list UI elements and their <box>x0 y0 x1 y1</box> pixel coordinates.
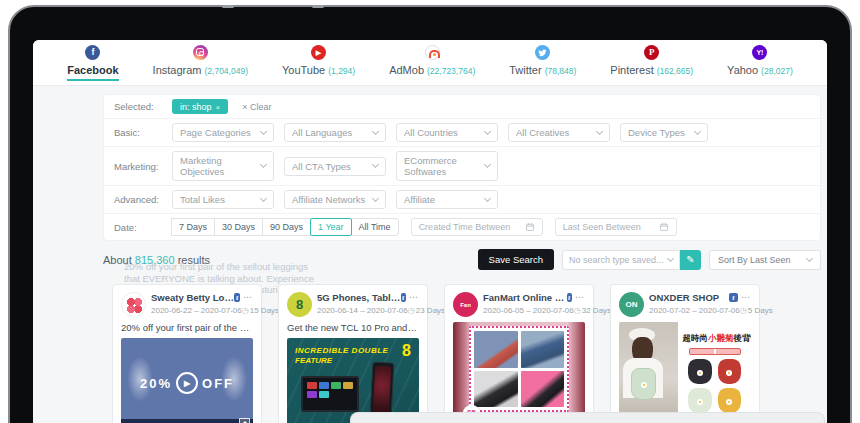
chevron-down-icon <box>806 254 813 261</box>
phone-graphic <box>370 361 395 418</box>
tab-twitter[interactable]: Twitter (78,848) <box>509 45 576 81</box>
date-preset-1year[interactable]: 1 Year <box>310 218 352 236</box>
video-bottom-bar <box>121 419 253 423</box>
page-categories-select[interactable]: Page Categories <box>172 123 274 142</box>
chevron-down-icon <box>694 127 701 134</box>
total-likes-select[interactable]: Total Likes <box>172 190 274 209</box>
device-types-select[interactable]: Device Types <box>620 123 708 142</box>
page-content: Selected: in: shop× × Clear Basic: Page … <box>33 86 827 423</box>
ad-creative-image[interactable]: DOWN TO $5 <box>453 322 585 423</box>
more-menu-icon[interactable]: ⋯ <box>243 295 253 300</box>
card-header: Sweaty Betty London | Wom... f ⋯ 2020-06… <box>121 292 253 317</box>
created-time-input[interactable]: Created Time Between <box>411 218 543 236</box>
tab-pinterest[interactable]: P Pinterest (162,665) <box>610 45 693 81</box>
chevron-down-icon <box>372 161 379 168</box>
marketing-objectives-select[interactable]: Marketing Objectives <box>172 151 274 181</box>
creatives-select[interactable]: All Creatives <box>508 123 610 142</box>
row-label: Date: <box>114 222 172 233</box>
days-running: ◷5 Days <box>740 306 773 315</box>
instagram-icon <box>193 45 208 60</box>
backpack-grid <box>682 359 747 413</box>
date-preset-90days[interactable]: 90 Days <box>262 218 311 236</box>
page-name[interactable]: Sweaty Betty London | Wom... <box>151 292 234 303</box>
days-running: ◷15 Days <box>242 306 279 315</box>
languages-select[interactable]: All Languages <box>284 123 386 142</box>
play-icon[interactable]: ▶ <box>176 372 198 394</box>
tab-label: Twitter <box>509 64 541 76</box>
model-photo <box>619 322 678 423</box>
more-menu-icon[interactable]: ⋯ <box>575 295 585 300</box>
page-name[interactable]: ONXDER SHOP <box>649 292 719 303</box>
tab-youtube[interactable]: ▶ YouTube (1,294) <box>282 45 355 81</box>
yahoo-icon: Y! <box>752 45 767 60</box>
tv-graphic <box>301 376 359 412</box>
chip-close-icon[interactable]: × <box>216 103 221 112</box>
creative-headline: INCREDIBLE DOUBLE <box>295 346 388 355</box>
countries-select[interactable]: All Countries <box>396 123 498 142</box>
ad-card-5g-phones[interactable]: 8 5G Phones, Tablets & SIMs | ... f ⋯ 20… <box>278 284 428 423</box>
page-name[interactable]: 5G Phones, Tablets & SIMs | ... <box>317 292 401 303</box>
admob-icon <box>425 45 440 60</box>
clock-icon: ◷ <box>242 306 249 315</box>
ad-text: 20% off your first pair of the sellout l… <box>121 322 253 333</box>
date-range: 2020-07-02 – 2020-07-06 <box>649 306 740 315</box>
save-search-button[interactable]: Save Search <box>478 249 554 270</box>
date-preset-30days[interactable]: 30 Days <box>214 218 263 236</box>
tab-instagram[interactable]: Instagram (2,704,049) <box>153 45 248 81</box>
affiliate-select[interactable]: Affiliate <box>396 190 498 209</box>
clear-filters-link[interactable]: × Clear <box>242 102 271 112</box>
tab-label: Pinterest <box>610 64 653 76</box>
creative-title: 超時尚小雛菊後背包 <box>682 333 751 343</box>
facebook-badge-icon: f <box>729 293 738 302</box>
ad-cards-row: 20% off your first pair of the sellout l… <box>112 284 760 423</box>
expand-icon[interactable] <box>239 418 250 423</box>
last-seen-input[interactable]: Last Seen Between <box>555 218 677 236</box>
ad-creative-video[interactable]: 20% ▶ OFF <box>121 338 253 423</box>
ad-card-fanmart[interactable]: Fan FanMart Online Shopping - F... f ⋯ 2… <box>444 284 594 423</box>
affiliate-networks-select[interactable]: Affiliate Networks <box>284 190 386 209</box>
cta-types-select[interactable]: All CTA Types <box>284 157 386 176</box>
more-menu-icon[interactable]: ⋯ <box>409 295 419 300</box>
filter-row-selected: Selected: in: shop× × Clear <box>104 95 820 119</box>
filter-row-date: Date: 7 Days 30 Days 90 Days 1 Year All … <box>104 214 820 240</box>
tab-facebook[interactable]: f Facebook <box>67 45 118 81</box>
avatar: Fan <box>453 292 478 317</box>
row-label: Selected: <box>114 101 172 112</box>
days-running: ◷32 Days <box>574 306 611 315</box>
tab-count: (28,027) <box>761 66 793 76</box>
chevron-down-icon <box>260 127 267 134</box>
tab-admob[interactable]: AdMob (22,723,764) <box>389 45 475 81</box>
filter-row-basic: Basic: Page Categories All Languages All… <box>104 119 820 147</box>
selected-filter-chip[interactable]: in: shop× <box>172 99 228 114</box>
sort-select[interactable]: Sort By Last Seen <box>709 250 821 270</box>
filter-row-advanced: Advanced: Total Likes Affiliate Networks… <box>104 186 820 214</box>
laptop-base <box>350 412 825 423</box>
pinterest-icon: P <box>644 45 659 60</box>
tab-label: Facebook <box>67 64 118 76</box>
ad-text: Get the new TCL 10 Pro and bag a free TC… <box>287 322 419 333</box>
date-range: 2020-06-14 – 2020-07-06 <box>317 306 408 315</box>
ad-card-onxder[interactable]: ON ONXDER SHOP f ⋯ 2020-07-02 – 2020-07-… <box>610 284 760 423</box>
ad-creative-image[interactable]: 超時尚小雛菊後背包 <box>619 322 751 423</box>
tab-count: (78,848) <box>545 66 577 76</box>
chevron-down-icon <box>667 254 674 261</box>
ad-creative-image[interactable]: INCREDIBLE DOUBLE FEATURE 8 <box>287 338 419 423</box>
page-name[interactable]: FanMart Online Shopping - F... <box>483 292 567 303</box>
chevron-down-icon <box>372 194 379 201</box>
saved-search-select[interactable]: No search type saved... <box>562 250 680 270</box>
date-preset-7days[interactable]: 7 Days <box>171 218 215 236</box>
ad-card-sweaty-betty[interactable]: Sweaty Betty London | Wom... f ⋯ 2020-06… <box>112 284 262 423</box>
tab-yahoo[interactable]: Y! Yahoo (28,027) <box>727 45 793 81</box>
tab-count: (1,294) <box>328 66 355 76</box>
more-menu-icon[interactable]: ⋯ <box>741 295 751 300</box>
clock-icon: ◷ <box>408 306 415 315</box>
bezel-mark-left <box>222 5 234 8</box>
ecommerce-softwares-select[interactable]: ECommerce Softwares <box>396 151 498 181</box>
bezel-mark-right <box>312 5 324 8</box>
edit-pencil-icon[interactable]: ✎ <box>680 250 701 270</box>
date-preset-alltime[interactable]: All Time <box>351 218 399 236</box>
chevron-down-icon <box>484 161 491 168</box>
product-panel: 超時尚小雛菊後背包 <box>678 322 751 423</box>
chevron-down-icon <box>372 127 379 134</box>
tab-label: YouTube <box>282 64 325 76</box>
